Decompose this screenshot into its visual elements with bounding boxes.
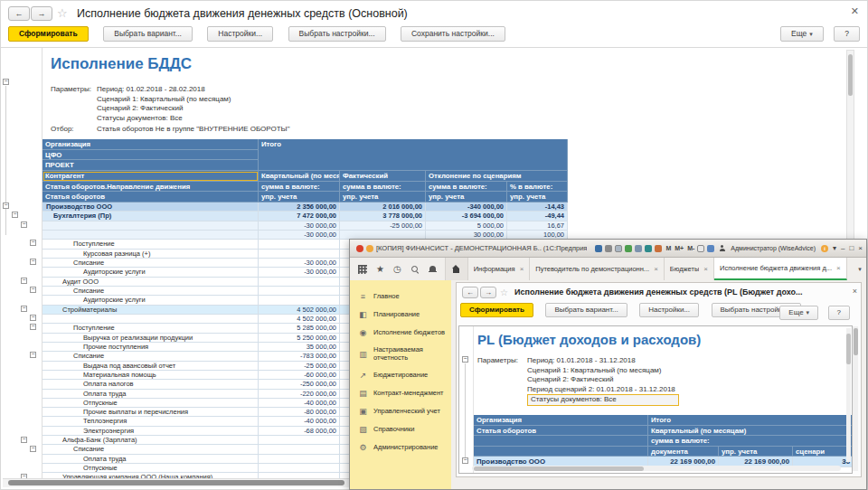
scrollbar-thumb[interactable] bbox=[848, 54, 853, 96]
value-cell[interactable]: -40 000,00 bbox=[259, 399, 340, 408]
tab-close-icon[interactable]: × bbox=[703, 265, 708, 273]
value-cell[interactable]: -340 000,00 bbox=[426, 203, 507, 212]
settings-button[interactable]: Настройки... bbox=[639, 303, 699, 317]
header-unit1[interactable]: упр. учета bbox=[259, 192, 340, 203]
forward-button[interactable]: → bbox=[480, 287, 496, 298]
memory-minus-button[interactable]: М- bbox=[687, 245, 694, 251]
value-cell[interactable] bbox=[259, 287, 340, 296]
collapse-toggle[interactable]: − bbox=[21, 306, 27, 312]
row-label[interactable]: Бухгалтерия (Пр) bbox=[42, 212, 259, 221]
header-total[interactable]: Итого bbox=[259, 139, 568, 171]
sidebar-item-management-accounting[interactable]: ▣Управленческий учет bbox=[350, 402, 451, 420]
calendar-icon[interactable] bbox=[655, 245, 662, 252]
row-label[interactable]: Поступление bbox=[42, 324, 259, 333]
row-label[interactable]: Списание bbox=[42, 287, 259, 296]
tab-information[interactable]: Информация× bbox=[468, 258, 531, 280]
forward-button[interactable]: → bbox=[31, 6, 52, 21]
overlay-titlebar[interactable]: [КОПИЯ] ФИНАНСИСТ - ДЕМОНСТРАЦИОННАЯ Б..… bbox=[350, 240, 866, 258]
back-button[interactable]: ← bbox=[462, 287, 478, 298]
sidebar-item-custom-reports[interactable]: ▥Настраиваемая отчетность bbox=[350, 342, 451, 366]
row-label[interactable]: Списание bbox=[42, 445, 259, 454]
current-user-label[interactable]: Администратор (WiseAdvice) bbox=[731, 245, 816, 251]
header-scenario2[interactable]: Фактический bbox=[340, 171, 426, 182]
tab-close-icon[interactable]: × bbox=[654, 265, 658, 273]
more-button[interactable]: Еще▾ bbox=[779, 306, 818, 320]
info-icon[interactable]: i bbox=[821, 245, 828, 252]
row-label[interactable]: Теплоэнергия bbox=[42, 417, 259, 426]
collapse-toggle[interactable]: − bbox=[21, 278, 27, 284]
minimize-icon[interactable]: – bbox=[841, 244, 844, 252]
row-label[interactable]: Стройматериалы bbox=[42, 306, 259, 315]
row-label[interactable]: Отпускные bbox=[42, 399, 259, 408]
value-cell[interactable] bbox=[259, 278, 340, 287]
header-scenario2[interactable]: сценари bbox=[793, 447, 853, 457]
vertical-scrollbar[interactable] bbox=[853, 326, 858, 471]
value-cell[interactable]: -25 000,00 bbox=[259, 362, 340, 371]
collapse-toggle[interactable]: − bbox=[3, 203, 9, 209]
value-cell[interactable]: -220 000,00 bbox=[259, 390, 340, 399]
save-icon[interactable] bbox=[595, 245, 602, 252]
collapse-toggle[interactable]: − bbox=[30, 315, 36, 321]
row-label[interactable]: Списание bbox=[42, 352, 259, 361]
sidebar-item-main[interactable]: ≡Главное bbox=[350, 287, 451, 306]
favorite-star-icon[interactable]: ☆ bbox=[57, 6, 68, 20]
header-total[interactable]: Итого bbox=[648, 415, 853, 426]
value-cell[interactable] bbox=[259, 296, 340, 305]
search-icon[interactable] bbox=[410, 265, 420, 274]
collapse-toggle[interactable]: − bbox=[21, 437, 27, 443]
value-cell[interactable]: 2 356 000,00 bbox=[259, 203, 340, 212]
collapse-toggle[interactable]: − bbox=[30, 324, 36, 330]
value-cell[interactable]: 16,67 bbox=[507, 221, 568, 231]
value-cell[interactable]: -14,43 bbox=[507, 203, 568, 212]
row-label[interactable]: Поступление bbox=[42, 240, 259, 249]
all-functions-icon[interactable] bbox=[358, 265, 367, 274]
print-preview-icon[interactable] bbox=[615, 245, 622, 252]
row-label[interactable]: Аудиторские услуги bbox=[42, 268, 259, 277]
value-cell[interactable]: -250 000,00 bbox=[259, 380, 340, 389]
select-variant-button[interactable]: Выбрать вариант... bbox=[103, 26, 193, 42]
header-sum1[interactable]: сумма в валюте: bbox=[259, 182, 340, 193]
sidebar-item-planning[interactable]: ◧Планирование bbox=[350, 306, 451, 324]
value-cell[interactable] bbox=[259, 464, 340, 473]
header-org[interactable]: Организация bbox=[474, 415, 648, 426]
header-document[interactable]: документа bbox=[648, 447, 719, 457]
row-label[interactable]: Курсовая разница (+) bbox=[42, 250, 259, 259]
more-button[interactable]: Еще▾ bbox=[780, 26, 824, 42]
row-label[interactable]: Электроэнергия bbox=[42, 427, 259, 436]
row-label[interactable]: Оплата труда bbox=[42, 390, 259, 399]
save-settings-button[interactable]: Сохранить настройки... bbox=[401, 26, 505, 42]
tab-budgets[interactable]: Бюджеты× bbox=[665, 258, 714, 280]
tab-budget-execution[interactable]: Исполнение бюджета движения д...× bbox=[714, 258, 847, 280]
row-label[interactable]: Выдача под авансовый отчет bbox=[42, 362, 259, 371]
value-cell[interactable]: -25 000,00 bbox=[340, 221, 426, 231]
collapse-toggle[interactable]: − bbox=[462, 356, 468, 363]
tab-close-icon[interactable]: × bbox=[836, 264, 841, 272]
value-cell[interactable]: -80 000,00 bbox=[259, 408, 340, 417]
notifications-bell-icon[interactable] bbox=[429, 265, 437, 274]
row-label[interactable] bbox=[42, 315, 259, 324]
row-label[interactable]: Выручка от реализации продукции bbox=[42, 334, 259, 343]
value-cell[interactable] bbox=[259, 250, 340, 259]
favorites-star-icon[interactable]: ★ bbox=[376, 265, 384, 274]
row-label[interactable]: Прочие поступления bbox=[42, 343, 259, 352]
tab-close-icon[interactable]: × bbox=[520, 265, 524, 273]
select-variant-button[interactable]: Выбрать вариант... bbox=[545, 303, 627, 317]
scrollbar-thumb[interactable] bbox=[8, 480, 344, 485]
memory-button[interactable]: М bbox=[665, 245, 671, 251]
header-unit4[interactable]: упр. учета bbox=[507, 192, 568, 203]
back-button[interactable]: ← bbox=[8, 6, 30, 21]
row-label[interactable]: Аудит ООО bbox=[42, 278, 259, 287]
header-unit2[interactable]: упр. учета bbox=[340, 192, 426, 203]
header-unit3[interactable]: упр. учета bbox=[426, 192, 507, 203]
value-cell[interactable]: -68 000,00 bbox=[259, 427, 340, 436]
collapse-toggle[interactable]: − bbox=[30, 287, 36, 293]
header-unit[interactable]: упр. учета bbox=[719, 447, 793, 457]
header-cfo[interactable]: ЦФО bbox=[42, 150, 259, 161]
row-label[interactable]: Материальная помощь bbox=[42, 371, 259, 380]
value-cell[interactable] bbox=[259, 445, 340, 454]
collapse-toggle[interactable]: − bbox=[12, 212, 18, 218]
print-icon[interactable] bbox=[605, 245, 612, 252]
value-cell[interactable]: -40 000,00 bbox=[259, 417, 340, 426]
header-deviation[interactable]: Отклонение по сценариям bbox=[426, 171, 568, 182]
row-label[interactable]: Производство ООО bbox=[42, 203, 259, 212]
